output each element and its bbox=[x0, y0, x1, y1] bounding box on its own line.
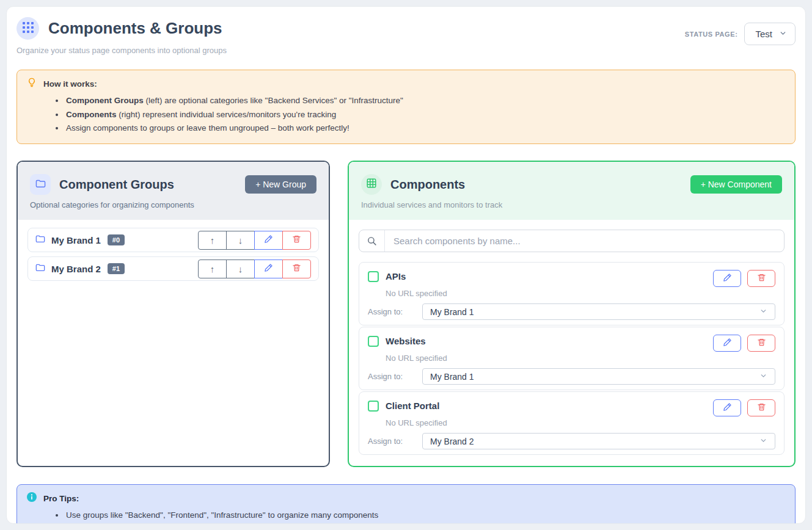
status-page-label: STATUS PAGE: bbox=[685, 31, 738, 38]
component-groups-subtitle: Optional categories for organizing compo… bbox=[30, 200, 316, 209]
table-grid-icon bbox=[366, 178, 377, 191]
trash-icon bbox=[292, 263, 301, 274]
group-row: My Brand 1 #0 ↑ ↓ bbox=[27, 228, 319, 252]
pro-tips-title: Pro Tips: bbox=[43, 494, 79, 503]
delete-group-button[interactable] bbox=[282, 260, 311, 278]
status-page-control: STATUS PAGE: Test bbox=[685, 23, 796, 45]
pencil-icon bbox=[723, 338, 732, 349]
how-it-works-item-bold: Components bbox=[66, 110, 117, 119]
assign-to-label: Assign to: bbox=[368, 307, 422, 316]
component-url-status: No URL specified bbox=[386, 289, 775, 298]
components-subtitle: Individual services and monitors to trac… bbox=[361, 200, 782, 209]
folder-badge bbox=[30, 174, 51, 195]
move-group-up-button[interactable]: ↑ bbox=[198, 231, 227, 250]
component-groups-title: Component Groups bbox=[59, 178, 174, 192]
component-checkbox[interactable] bbox=[368, 336, 379, 347]
components-panel: Components + New Component Individual se… bbox=[348, 161, 796, 467]
chevron-down-icon bbox=[779, 29, 787, 39]
edit-component-button[interactable] bbox=[713, 335, 741, 352]
assign-to-label: Assign to: bbox=[368, 372, 422, 381]
page-header: Components & Groups Organize your status… bbox=[16, 17, 796, 55]
component-actions bbox=[713, 270, 775, 287]
components-body: APIs bbox=[349, 220, 794, 466]
move-group-down-button[interactable]: ↓ bbox=[226, 231, 255, 250]
component-name: Websites bbox=[386, 336, 426, 346]
edit-component-button[interactable] bbox=[713, 270, 741, 287]
group-list: My Brand 1 #0 ↑ ↓ bbox=[18, 220, 329, 293]
group-actions: ↑ ↓ bbox=[198, 260, 311, 278]
component-search-input[interactable] bbox=[385, 230, 784, 252]
new-component-button[interactable]: + New Component bbox=[690, 175, 782, 194]
components-header: Components + New Component Individual se… bbox=[349, 162, 794, 220]
trash-icon bbox=[292, 234, 301, 245]
delete-component-button[interactable] bbox=[747, 399, 775, 416]
edit-component-button[interactable] bbox=[713, 399, 741, 416]
pro-tips-item: Use groups like "Backend", "Frontend", "… bbox=[65, 509, 785, 523]
delete-component-button[interactable] bbox=[747, 335, 775, 352]
how-it-works-item-bold: Component Groups bbox=[66, 96, 144, 105]
status-page-value: Test bbox=[755, 29, 772, 39]
components-groups-app-badge bbox=[16, 17, 39, 40]
component-groups-panel: Component Groups + New Group Optional ca… bbox=[16, 161, 330, 467]
chevron-down-icon bbox=[759, 372, 767, 382]
components-title: Components bbox=[390, 178, 465, 192]
trash-icon bbox=[757, 402, 766, 413]
how-it-works-item-text: (left) are optional categories like "Bac… bbox=[144, 96, 403, 105]
chevron-down-icon bbox=[759, 437, 767, 446]
pencil-icon bbox=[723, 402, 732, 413]
component-url-status: No URL specified bbox=[386, 354, 775, 363]
trash-icon bbox=[757, 273, 766, 284]
how-it-works-item: Component Groups (left) are optional cat… bbox=[65, 94, 785, 108]
pencil-icon bbox=[723, 273, 732, 284]
component-card: Websites bbox=[359, 327, 785, 390]
assign-to-label: Assign to: bbox=[368, 437, 422, 446]
how-it-works-title: How it works: bbox=[43, 79, 97, 89]
how-it-works-box: How it works: Component Groups (left) ar… bbox=[16, 70, 796, 144]
lightbulb-icon bbox=[27, 78, 37, 90]
edit-group-button[interactable] bbox=[254, 231, 283, 250]
delete-group-button[interactable] bbox=[282, 231, 311, 250]
page-card: Components & Groups Organize your status… bbox=[6, 6, 806, 524]
assign-group-value: My Brand 1 bbox=[430, 372, 474, 382]
component-card: APIs bbox=[359, 262, 785, 325]
how-it-works-item: Assign components to groups or leave the… bbox=[65, 122, 785, 136]
component-groups-header: Component Groups + New Group Optional ca… bbox=[18, 162, 329, 220]
component-checkbox[interactable] bbox=[368, 271, 379, 282]
grid-dots-icon bbox=[23, 22, 34, 35]
pencil-icon bbox=[264, 234, 273, 245]
how-it-works-item-text: (right) represent individual services/mo… bbox=[117, 110, 337, 119]
chevron-down-icon bbox=[759, 307, 767, 317]
assign-group-value: My Brand 2 bbox=[430, 437, 474, 446]
pro-tips-list: Use groups like "Backend", "Frontend", "… bbox=[27, 509, 785, 524]
page-header-left: Components & Groups Organize your status… bbox=[16, 17, 227, 55]
component-name: APIs bbox=[386, 271, 406, 281]
component-search bbox=[359, 230, 785, 252]
pro-tips-item: Use the up/down arrow buttons to reorder… bbox=[65, 523, 785, 524]
pencil-icon bbox=[264, 263, 273, 274]
assign-group-select[interactable]: My Brand 1 bbox=[422, 303, 775, 320]
move-group-down-button[interactable]: ↓ bbox=[226, 260, 255, 278]
assign-group-select[interactable]: My Brand 2 bbox=[422, 433, 775, 449]
assign-group-value: My Brand 1 bbox=[430, 307, 474, 317]
assign-group-select[interactable]: My Brand 1 bbox=[422, 368, 775, 385]
how-it-works-item-text: Assign components to groups or leave the… bbox=[66, 123, 349, 132]
folder-icon bbox=[35, 234, 45, 245]
delete-component-button[interactable] bbox=[747, 270, 775, 287]
folder-icon bbox=[35, 263, 45, 274]
group-name: My Brand 1 bbox=[51, 235, 101, 245]
component-name: Client Portal bbox=[386, 401, 439, 411]
group-actions: ↑ ↓ bbox=[198, 231, 311, 250]
new-group-button[interactable]: + New Group bbox=[245, 175, 316, 194]
move-group-up-button[interactable]: ↑ bbox=[198, 260, 227, 278]
search-icon bbox=[359, 230, 385, 252]
component-checkbox[interactable] bbox=[368, 401, 379, 412]
edit-group-button[interactable] bbox=[254, 260, 283, 278]
group-name: My Brand 2 bbox=[51, 264, 101, 274]
pro-tips-box: Pro Tips: Use groups like "Backend", "Fr… bbox=[16, 484, 796, 524]
component-list: APIs bbox=[359, 262, 785, 455]
status-page-select[interactable]: Test bbox=[744, 23, 796, 45]
how-it-works-list: Component Groups (left) are optional cat… bbox=[27, 94, 785, 136]
how-it-works-item: Components (right) represent individual … bbox=[65, 108, 785, 122]
group-order-badge: #1 bbox=[108, 263, 125, 274]
info-icon bbox=[27, 492, 37, 504]
